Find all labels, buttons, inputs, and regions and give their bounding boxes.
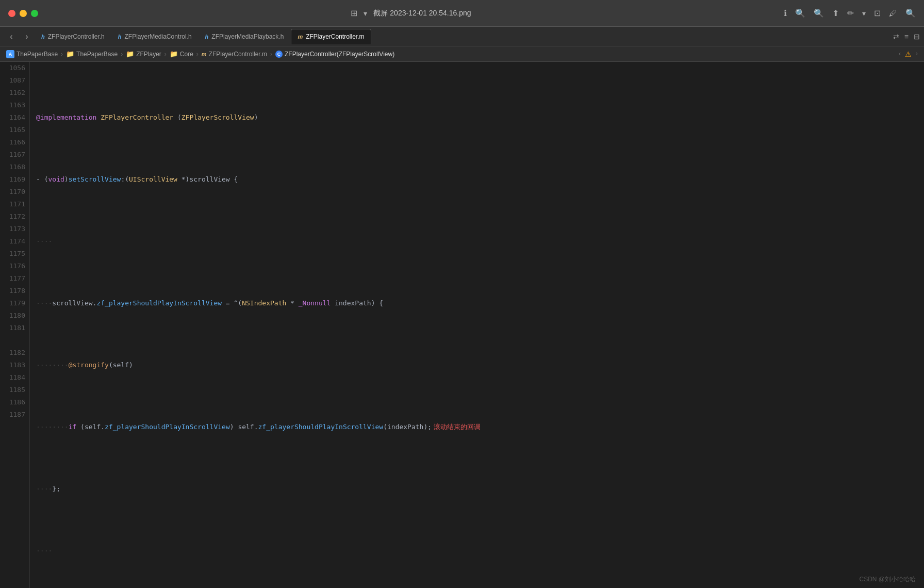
nav-forward-button[interactable]: ›	[20, 29, 34, 44]
tab-type-icon: h	[41, 34, 45, 40]
watermark: CSDN @刘小哈哈哈	[859, 575, 916, 584]
traffic-lights	[8, 10, 38, 17]
breadcrumb-item-file[interactable]: ZFPlayerController.m	[209, 51, 267, 58]
code-line-1165: ········if (self.zf_playerShouldPlayInSc…	[30, 421, 924, 433]
tab-zfplayermediaplayback-h[interactable]: h ZFPlayerMediaPlayback.h	[199, 29, 290, 44]
zoom-out-icon[interactable]: 🔍	[795, 8, 805, 18]
folder-icon-1: 📁	[66, 50, 74, 58]
folder-icon-2: 📁	[126, 50, 134, 58]
zoom-in-icon[interactable]: 🔍	[814, 8, 824, 18]
close-button[interactable]	[8, 10, 15, 17]
search-icon[interactable]: 🔍	[905, 8, 916, 18]
code-line-1164: ········@strongify(self)	[30, 359, 924, 371]
breadcrumb-forward-icon[interactable]: ›	[916, 50, 918, 58]
warning-icon: ⚠	[905, 50, 912, 58]
menu-icon[interactable]: ≡	[904, 32, 909, 41]
breadcrumb-back-icon[interactable]: ‹	[899, 50, 901, 58]
nav-back-button[interactable]: ‹	[4, 29, 19, 44]
tab-zfplayermediacontrol-h[interactable]: h ZFPlayerMediaControl.h	[112, 29, 198, 44]
breadcrumb-item-class[interactable]: ZFPlayerController(ZFPlayerScrollView)	[285, 51, 394, 58]
window-icon[interactable]: ⊡	[874, 8, 881, 18]
chevron-down-icon2[interactable]: ▾	[862, 9, 866, 18]
tab-label: ZFPlayerMediaControl.h	[125, 33, 192, 40]
code-content[interactable]: @implementation ZFPlayerController (ZFPl…	[30, 62, 924, 588]
tab-zfplayercontroller-m[interactable]: m ZFPlayerController.m	[291, 29, 371, 44]
info-icon[interactable]: ℹ	[784, 8, 787, 18]
breadcrumb-item-1[interactable]: ThePaperBase	[16, 51, 58, 58]
window-title: 截屏 2023-12-01 20.54.16.png	[373, 9, 471, 18]
tab-type-icon: h	[118, 34, 122, 40]
tab-label: ZFPlayerMediaPlayback.h	[211, 33, 284, 40]
annotate-icon[interactable]: 🖊	[889, 9, 897, 18]
edit-icon[interactable]: ✏	[847, 8, 854, 18]
class-icon: C	[275, 51, 283, 58]
code-area: 1056 1087 1162 1163 1164 1165 1166 1167 …	[0, 62, 924, 588]
minimize-button[interactable]	[20, 10, 27, 17]
folder-icon-3: 📁	[170, 50, 178, 58]
tab-bar: ‹ › h ZFPlayerController.h h ZFPlayerMed…	[0, 27, 924, 46]
code-line-1087: - (void)setScrollView:(UIScrollView *)sc…	[30, 173, 924, 186]
code-lines: @implementation ZFPlayerController (ZFPl…	[30, 62, 924, 588]
breadcrumb: A ThePaperBase › 📁 ThePaperBase › 📁 ZFPl…	[0, 46, 924, 62]
share-icon[interactable]: ⬆	[832, 8, 839, 18]
inspector-icon[interactable]: ⊟	[914, 32, 920, 41]
tab-type-icon: m	[298, 34, 303, 40]
tab-label: ZFPlayerController.h	[48, 33, 105, 40]
tab-type-icon: h	[205, 34, 209, 40]
code-line-1056: @implementation ZFPlayerController (ZFPl…	[30, 111, 924, 124]
code-line-1167: ····	[30, 545, 924, 557]
m-file-icon: m	[202, 51, 207, 57]
breadcrumb-item-3[interactable]: ZFPlayer	[136, 51, 161, 58]
chevron-down-icon[interactable]: ▾	[364, 9, 367, 18]
title-bar-center: ⊞ ▾ 截屏 2023-12-01 20.54.16.png	[351, 8, 471, 18]
tab-label: ZFPlayerController.m	[306, 33, 364, 40]
title-bar: ⊞ ▾ 截屏 2023-12-01 20.54.16.png ℹ 🔍 🔍 ⬆ ✏…	[0, 0, 924, 27]
maximize-button[interactable]	[31, 10, 38, 17]
line-numbers: 1056 1087 1162 1163 1164 1165 1166 1167 …	[0, 62, 30, 588]
breadcrumb-item-2[interactable]: ThePaperBase	[76, 51, 118, 58]
code-line-1163: ····scrollView.zf_playerShouldPlayInScro…	[30, 297, 924, 309]
title-bar-right: ℹ 🔍 🔍 ⬆ ✏ ▾ ⊡ 🖊 🔍	[784, 8, 916, 18]
tab-right-actions: ⇄ ≡ ⊟	[893, 32, 920, 41]
layout-icon[interactable]: ⊞	[351, 8, 357, 18]
code-line-1162: ····	[30, 235, 924, 248]
app-icon: A	[6, 50, 14, 58]
split-view-icon[interactable]: ⇄	[893, 32, 899, 41]
breadcrumb-nav: ‹ ⚠ ›	[899, 50, 918, 58]
breadcrumb-item-core[interactable]: Core	[180, 51, 193, 58]
tab-zfplayercontroller-h[interactable]: h ZFPlayerController.h	[35, 29, 111, 44]
code-line-1166: ····};	[30, 483, 924, 495]
